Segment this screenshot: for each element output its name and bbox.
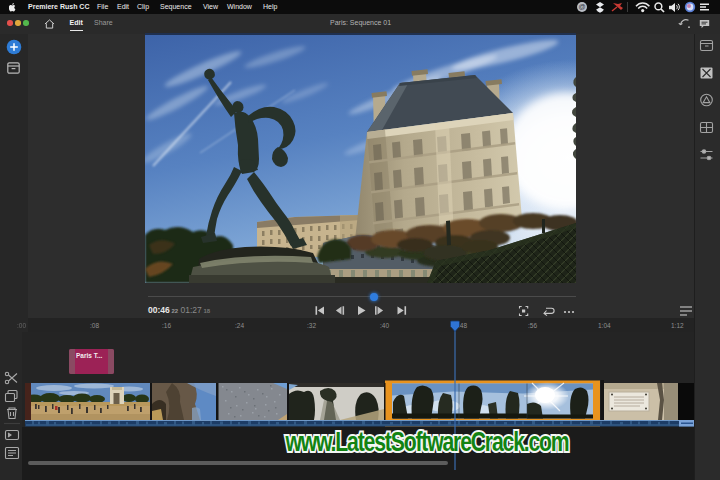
svg-text:www.LatestSoftwareCrack.com: www.LatestSoftwareCrack.com [285, 427, 569, 457]
svg-text:@: @ [578, 3, 585, 10]
